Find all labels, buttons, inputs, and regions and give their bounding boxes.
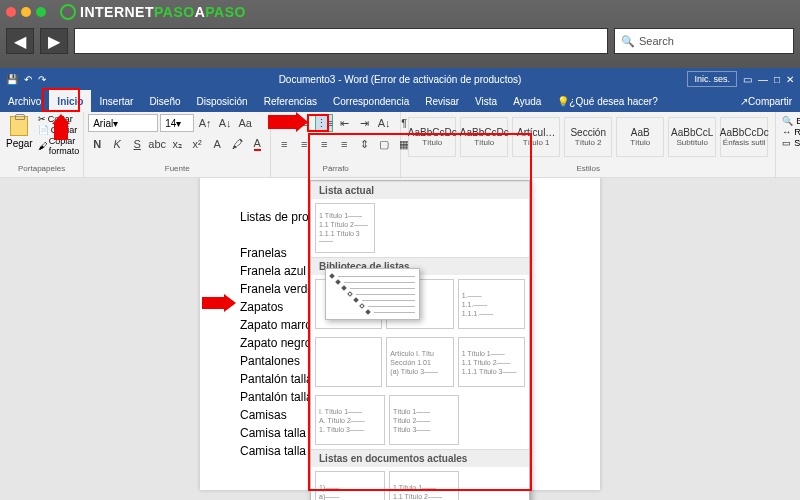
- text-effects-icon[interactable]: A: [208, 135, 226, 153]
- menu-diseno[interactable]: Diseño: [141, 90, 188, 112]
- multilevel-list-dropdown: Lista actual 1 Título 1——1.1 Título 2——1…: [310, 180, 530, 500]
- menu-correspondencia[interactable]: Correspondencia: [325, 90, 417, 112]
- logo-text-a: INTERNET: [80, 4, 154, 20]
- menu-ayuda[interactable]: Ayuda: [505, 90, 549, 112]
- highlight-icon[interactable]: 🖍: [228, 135, 246, 153]
- nav-forward-button[interactable]: ▶: [40, 28, 68, 54]
- style-tile[interactable]: AaBbCcDcTítulo: [408, 117, 456, 157]
- menu-revisar[interactable]: Revisar: [417, 90, 467, 112]
- menu-insertar[interactable]: Insertar: [91, 90, 141, 112]
- dd-current-header: Lista actual: [311, 181, 529, 199]
- style-tile[interactable]: Artícul…Título 1: [512, 117, 560, 157]
- save-icon[interactable]: 💾: [6, 74, 18, 85]
- maximize-icon[interactable]: [36, 7, 46, 17]
- grow-font-icon[interactable]: A↑: [196, 114, 214, 132]
- maximize-win-icon[interactable]: □: [774, 74, 780, 85]
- select-button[interactable]: ▭ Seleccionar ▾: [782, 138, 800, 148]
- ribbon-options-icon[interactable]: ▭: [743, 74, 752, 85]
- style-tile[interactable]: SecciónTítulo 2: [564, 117, 612, 157]
- font-name-select[interactable]: Arial ▾: [88, 114, 158, 132]
- find-button[interactable]: 🔍 Buscar ▾: [782, 116, 800, 126]
- line-spacing-icon[interactable]: ⇕: [355, 135, 373, 153]
- multilevel-list-icon[interactable]: ⋮≡: [315, 114, 333, 132]
- paste-button[interactable]: Pegar: [4, 114, 35, 151]
- logo-text-b: PASO: [154, 4, 195, 20]
- browser-search[interactable]: 🔍 Search: [614, 28, 794, 54]
- menu-vista[interactable]: Vista: [467, 90, 505, 112]
- bold-icon[interactable]: N: [88, 135, 106, 153]
- paragraph-label: Párrafo: [275, 162, 396, 175]
- superscript-icon[interactable]: x²: [188, 135, 206, 153]
- undo-icon[interactable]: ↶: [24, 74, 32, 85]
- format-painter-button[interactable]: 🖌 Copiar formato: [38, 136, 80, 156]
- sort-icon[interactable]: A↓: [375, 114, 393, 132]
- font-color-icon[interactable]: A: [248, 135, 266, 153]
- align-center-icon[interactable]: ≡: [295, 135, 313, 153]
- minimize-win-icon[interactable]: —: [758, 74, 768, 85]
- document-title: Documento3 - Word (Error de activación d…: [279, 74, 522, 85]
- menu-bar: Archivo Inicio Insertar Diseño Disposici…: [0, 90, 800, 112]
- ribbon-clipboard: Pegar ✂ Cortar 📄 Copiar 🖌 Copiar formato…: [0, 112, 84, 177]
- dd-tile-lib-4[interactable]: [315, 337, 382, 387]
- font-label: Fuente: [88, 162, 266, 175]
- decrease-indent-icon[interactable]: ⇤: [335, 114, 353, 132]
- browser-chrome: INTERNETPASOAPASO ◀ ▶ 🔍 Search: [0, 0, 800, 68]
- style-tile[interactable]: AaBTítulo: [616, 117, 664, 157]
- logo-icon: [60, 4, 76, 20]
- strike-icon[interactable]: abc: [148, 135, 166, 153]
- align-right-icon[interactable]: ≡: [315, 135, 333, 153]
- italic-icon[interactable]: K: [108, 135, 126, 153]
- redo-icon[interactable]: ↷: [38, 74, 46, 85]
- style-tile[interactable]: AaBbCcLSubtítulo: [668, 117, 716, 157]
- bullets-icon[interactable]: ☰: [275, 114, 293, 132]
- nav-back-button[interactable]: ◀: [6, 28, 34, 54]
- menu-referencias[interactable]: Referencias: [256, 90, 325, 112]
- url-bar[interactable]: [74, 28, 608, 54]
- cut-button[interactable]: ✂ Cortar: [38, 114, 80, 124]
- menu-tellme[interactable]: 💡 ¿Qué desea hacer?: [549, 90, 665, 112]
- editing-label: Edición: [780, 162, 800, 175]
- ribbon-editing: 🔍 Buscar ▾ ↔ Reemplazar ▭ Seleccionar ▾ …: [776, 112, 800, 177]
- site-logo: INTERNETPASOAPASO: [60, 4, 246, 20]
- close-icon[interactable]: [6, 7, 16, 17]
- align-left-icon[interactable]: ≡: [275, 135, 293, 153]
- signin-button[interactable]: Inic. ses.: [687, 71, 737, 87]
- ribbon-styles: AaBbCcDcTítuloAaBbCcDcTítuloArtícul…Títu…: [401, 112, 776, 177]
- subscript-icon[interactable]: x₂: [168, 135, 186, 153]
- shrink-font-icon[interactable]: A↓: [216, 114, 234, 132]
- dd-tile-lib-8[interactable]: Título 1——Título 2——Título 3——: [389, 395, 459, 445]
- window-controls: [6, 7, 46, 17]
- paste-label: Pegar: [6, 138, 33, 149]
- style-tile[interactable]: AaBbCcDcÉnfasis sutil: [720, 117, 768, 157]
- style-tile[interactable]: AaBbCcDcTítulo: [460, 117, 508, 157]
- menu-archivo[interactable]: Archivo: [0, 90, 49, 112]
- dd-tile-lib-5[interactable]: Artículo I. TítuSección 1.01(a) Título 3…: [386, 337, 453, 387]
- bullet-flyout[interactable]: [325, 268, 420, 320]
- ribbon-paragraph: ☰ ≡ ⋮≡ ⇤ ⇥ A↓ ¶ ≡ ≡ ≡ ≡ ⇕ ▢ ▦ Párrafo: [271, 112, 401, 177]
- search-placeholder: Search: [639, 35, 674, 47]
- replace-button[interactable]: ↔ Reemplazar: [782, 127, 800, 137]
- clipboard-label: Portapapeles: [4, 162, 79, 175]
- clear-format-icon[interactable]: Aa: [236, 114, 254, 132]
- shading-icon[interactable]: ▢: [375, 135, 393, 153]
- dd-tile-lib-7[interactable]: I. Título 1——A. Título 2——1. Título 3——: [315, 395, 385, 445]
- dd-tile-lib-3[interactable]: 1.——1.1.——1.1.1.——: [458, 279, 525, 329]
- share-button[interactable]: ↗ Compartir: [732, 90, 800, 112]
- dd-current-tile[interactable]: 1 Título 1——1.1 Título 2——1.1.1 Título 3…: [315, 203, 375, 253]
- underline-icon[interactable]: S: [128, 135, 146, 153]
- menu-disposicion[interactable]: Disposición: [189, 90, 256, 112]
- menu-inicio[interactable]: Inicio: [49, 90, 91, 112]
- dd-tile-doc-1[interactable]: 1)——a)——i)——: [315, 471, 385, 500]
- styles-gallery[interactable]: AaBbCcDcTítuloAaBbCcDcTítuloArtícul…Títu…: [405, 114, 771, 160]
- increase-indent-icon[interactable]: ⇥: [355, 114, 373, 132]
- dd-tile-doc-2[interactable]: 1 Título 1——1.1 Título 2——1.1.1 Título 3…: [389, 471, 459, 500]
- minimize-icon[interactable]: [21, 7, 31, 17]
- dd-tile-lib-6[interactable]: 1 Título 1——1.1 Título 2——1.1.1 Título 3…: [458, 337, 525, 387]
- copy-button[interactable]: 📄 Copiar: [38, 125, 80, 135]
- close-win-icon[interactable]: ✕: [786, 74, 794, 85]
- ribbon: Pegar ✂ Cortar 📄 Copiar 🖌 Copiar formato…: [0, 112, 800, 178]
- font-size-select[interactable]: 14 ▾: [160, 114, 194, 132]
- justify-icon[interactable]: ≡: [335, 135, 353, 153]
- numbering-icon[interactable]: ≡: [295, 114, 313, 132]
- clipboard-icon: [10, 116, 28, 136]
